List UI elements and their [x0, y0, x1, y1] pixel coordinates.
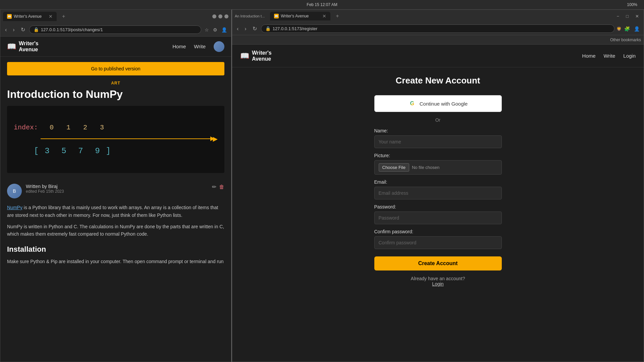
profile-btn-2[interactable]: 👤: [633, 25, 641, 33]
login-link[interactable]: Login: [432, 281, 443, 287]
email-form-group: Email:: [374, 179, 502, 199]
toolbar-icons-2: 🦁 🧩 👤: [616, 25, 641, 33]
register-title: Create New Account: [374, 75, 502, 86]
nav-1: 📖 Writer's Avenue Home Write: [0, 37, 231, 57]
password-label: Password:: [374, 204, 502, 209]
logo-text-1: Writer's Avenue: [19, 41, 39, 52]
bookmarks-bar: Other bookmarks: [232, 35, 644, 45]
installation-heading: Installation: [7, 243, 224, 255]
already-have-account-text: Already have an account?: [411, 276, 465, 281]
browser-window-2: An Introduction t... 📖 Writer's Avenue ✕…: [231, 9, 644, 362]
nav-write-1[interactable]: Write: [194, 44, 206, 49]
picture-form-group: Picture: Choose File No file chosen: [374, 153, 502, 175]
window-controls-1: [212, 14, 228, 18]
minimize-btn-1[interactable]: [212, 14, 216, 18]
edit-post-btn[interactable]: ✏: [212, 184, 216, 190]
browser-titlebar-2: An Introduction t... 📖 Writer's Avenue ✕…: [232, 10, 644, 22]
index-label: index:: [14, 124, 38, 131]
numpy-visual: index: 0 1 2 3 ▶ [ 3 5 7 9 ]: [7, 117, 224, 162]
published-version-banner[interactable]: Go to published version: [7, 62, 224, 75]
nav-2: 📖 Writer's Avenue Home Write Login: [232, 45, 644, 67]
author-name: Written by Biraj: [26, 184, 208, 189]
user-avatar-1[interactable]: [214, 41, 224, 52]
confirm-password-form-group: Confirm password:: [374, 229, 502, 249]
tab-close-1[interactable]: ✕: [49, 14, 53, 19]
body-para2: NumPy is written in Python and C. The ca…: [7, 223, 224, 238]
article-body: NumPy is a Python library that is mainly…: [7, 204, 224, 265]
nav-home-1[interactable]: Home: [172, 44, 186, 49]
file-input-wrapper: Choose File No file chosen: [374, 160, 502, 175]
close-btn-2[interactable]: ✕: [633, 12, 641, 20]
site-logo-2[interactable]: 📖 Writer's Avenue: [240, 50, 272, 62]
nav-links-2: Home Write Login: [582, 53, 636, 59]
create-account-btn[interactable]: Create Account: [374, 256, 502, 270]
browser-tab-1[interactable]: 📖 Writer's Avenue ✕: [3, 12, 57, 21]
author-avatar: B: [7, 184, 22, 198]
numpy-arrow: [41, 138, 212, 139]
forward-btn-1[interactable]: ›: [11, 25, 16, 34]
body-para1: is a Python library that is mainly used …: [7, 205, 218, 218]
lock-icon-2: 🔒: [265, 26, 271, 31]
restore-btn-2[interactable]: □: [624, 12, 631, 20]
brave-shield-icon: 🦁: [616, 26, 622, 31]
tab-favicon-1: 📖: [7, 14, 12, 19]
numpy-values-row: [ 3 5 7 9 ]: [14, 146, 218, 156]
reload-btn-1[interactable]: ↻: [19, 25, 27, 34]
body-para3: Make sure Python & Pip are installed in …: [7, 258, 224, 265]
name-form-group: Name:: [374, 128, 502, 148]
battery: 100%: [627, 2, 637, 7]
name-input[interactable]: [374, 135, 502, 148]
tab-label-1: Writer's Avenue: [14, 14, 42, 19]
book-icon-1: 📖: [7, 42, 16, 51]
logo-text-2: Writer's Avenue: [252, 50, 272, 62]
reload-btn-2[interactable]: ↻: [251, 24, 259, 33]
numpy-arrow-row: ▶: [14, 134, 218, 144]
article-image: index: 0 1 2 3 ▶ [ 3 5 7 9 ]: [7, 106, 224, 173]
picture-label: Picture:: [374, 153, 502, 158]
nav2-login[interactable]: Login: [623, 53, 636, 59]
register-form-container: Create New Account G Continue with Googl…: [368, 75, 508, 300]
address-bar-1[interactable]: 🔒 127.0.0.1:5173/posts/changes/1: [29, 25, 201, 34]
address-bar-2[interactable]: 🔒 127.0.0.1:5173/register: [261, 24, 614, 33]
browser-content-1: 📖 Writer's Avenue Home Write Go to publi…: [0, 37, 231, 362]
url-text-2: 127.0.0.1:5173/register: [273, 26, 318, 31]
google-signin-btn[interactable]: G Continue with Google: [374, 95, 502, 112]
bookmark-star-1[interactable]: ☆: [203, 26, 210, 34]
site-logo-1[interactable]: 📖 Writer's Avenue: [7, 41, 39, 52]
password-input[interactable]: [374, 212, 502, 224]
maximize-btn-1[interactable]: [218, 14, 222, 18]
extensions-btn-2[interactable]: 🧩: [623, 25, 631, 33]
email-label: Email:: [374, 179, 502, 185]
numpy-link[interactable]: NumPy: [7, 205, 22, 210]
profile-btn-1[interactable]: 👤: [220, 26, 228, 34]
forward-btn-2[interactable]: ›: [243, 24, 248, 33]
brave-tab-url: An Introduction t...: [235, 14, 265, 18]
article-title: Introduction to NumPy: [7, 88, 224, 101]
lock-icon-1: 🔒: [34, 27, 39, 32]
new-tab-btn-1[interactable]: +: [59, 13, 68, 19]
delete-post-btn[interactable]: 🗑: [219, 184, 224, 190]
email-input[interactable]: [374, 187, 502, 199]
confirm-password-input[interactable]: [374, 236, 502, 249]
password-form-group: Password:: [374, 204, 502, 224]
browser-window-1: 📖 Writer's Avenue ✕ + ‹ › ↻ 🔒 127.0.0.1:…: [0, 9, 231, 362]
browser-toolbar-1: ‹ › ↻ 🔒 127.0.0.1:5173/posts/changes/1 ☆…: [0, 23, 231, 37]
google-btn-label: Continue with Google: [420, 101, 468, 107]
back-btn-2[interactable]: ‹: [235, 24, 240, 33]
tab-close-2[interactable]: ✕: [322, 13, 326, 19]
nav2-write[interactable]: Write: [604, 53, 615, 59]
name-label: Name:: [374, 128, 502, 133]
minimize-btn-2[interactable]: −: [615, 12, 622, 20]
book-icon-2: 📖: [240, 52, 249, 60]
nav2-home[interactable]: Home: [582, 53, 596, 59]
tab-label-2: Writer's Avenue: [281, 14, 309, 18]
browser-tab-2[interactable]: 📖 Writer's Avenue ✕: [270, 12, 330, 20]
new-tab-btn-2[interactable]: +: [333, 13, 341, 19]
back-btn-1[interactable]: ‹: [3, 25, 9, 34]
other-bookmarks: Other bookmarks: [610, 38, 641, 42]
close-btn-1[interactable]: [224, 14, 228, 18]
choose-file-btn[interactable]: Choose File: [379, 163, 409, 172]
article-category: ART: [0, 81, 231, 85]
extensions-btn-1[interactable]: ⚙: [212, 26, 219, 34]
login-link-section: Already have an account? Login: [374, 276, 502, 287]
